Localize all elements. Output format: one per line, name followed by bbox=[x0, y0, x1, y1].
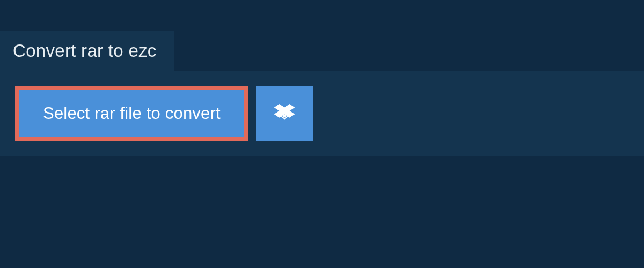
dropbox-icon bbox=[274, 102, 295, 124]
tab-title: Convert rar to ezc bbox=[13, 41, 157, 61]
convert-panel: Select rar file to convert bbox=[0, 71, 644, 156]
select-file-label: Select rar file to convert bbox=[43, 105, 221, 122]
select-file-highlight: Select rar file to convert bbox=[15, 86, 248, 141]
select-file-button[interactable]: Select rar file to convert bbox=[19, 90, 244, 137]
tab-convert[interactable]: Convert rar to ezc bbox=[0, 31, 174, 71]
dropbox-button[interactable] bbox=[256, 86, 313, 141]
